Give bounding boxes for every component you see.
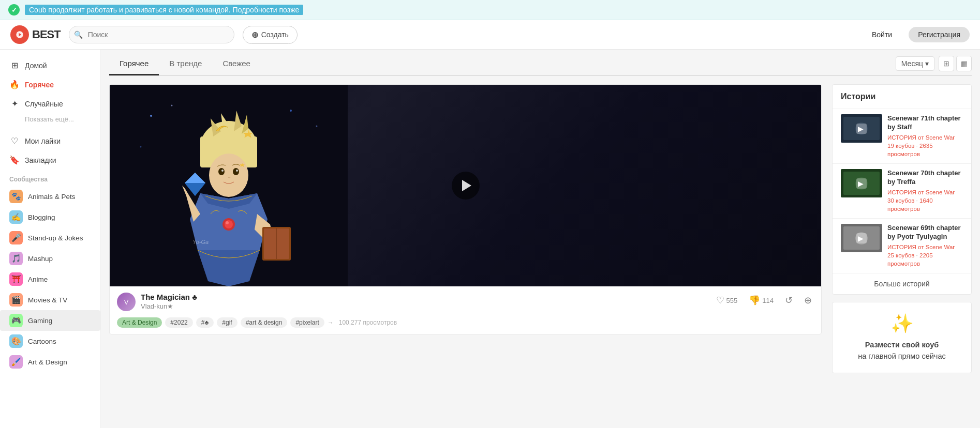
promote-text: Размести свой коуб на главной прямо сейч… <box>843 340 961 362</box>
story-item-1[interactable]: ▶ Scenewar 71th chapter by Staff ИСТОРИЯ… <box>833 109 971 163</box>
search-box: 🔍 <box>69 26 234 43</box>
sidebar-item-anime[interactable]: ⛩️ Anime <box>0 269 100 289</box>
gaming-label: Gaming <box>28 317 52 325</box>
dislike-icon: 👎 <box>749 295 760 306</box>
sidebar-item-mashup[interactable]: 🎵 Mashup <box>0 248 100 269</box>
tag-pixelart[interactable]: #pixelart <box>290 317 324 328</box>
heart-icon: ♡ <box>9 136 20 146</box>
artdesign-label: Art & Design <box>28 358 67 366</box>
svg-point-20 <box>221 170 224 172</box>
tags-arrow: → <box>328 319 334 326</box>
logo-text-wrap: BEST <box>32 28 61 41</box>
dislike-count: 114 <box>762 297 774 304</box>
tabs-left: Горячее В тренде Свежее <box>109 54 261 75</box>
sidebar-hot-label: Горячее <box>25 81 54 89</box>
tag-club[interactable]: #♣ <box>196 317 214 328</box>
mashup-label: Mashup <box>28 255 53 263</box>
anime-icon: ⛩️ <box>9 272 23 286</box>
story-name-3: Scenewar 69th chapter by Pyotr Tyulyagin <box>887 224 963 241</box>
story-prefix-3: ИСТОРИЯ от <box>887 244 924 250</box>
coub-title: The Magician ♣ <box>141 293 709 301</box>
grid-view-button[interactable]: ⊞ <box>939 56 954 71</box>
sidebar-item-blogging[interactable]: ✍️ Blogging <box>0 207 100 227</box>
sidebar-item-standup[interactable]: 🎤 Stand-up & Jokes <box>0 227 100 248</box>
sidebar-item-artdesign[interactable]: 🖌️ Art & Design <box>0 351 100 372</box>
story-coubs-1: 19 коубов <box>887 143 914 149</box>
sidebar-home-label: Домой <box>25 62 47 70</box>
sparkles-icon: ✨ <box>843 313 961 334</box>
repost-button[interactable]: ↺ <box>783 293 795 308</box>
svg-point-3 <box>171 105 173 106</box>
tab-trending[interactable]: В тренде <box>159 54 212 75</box>
tab-hot[interactable]: Горячее <box>109 54 159 75</box>
svg-point-32 <box>855 123 868 135</box>
story-name-1: Scenewar 71th chapter by Staff <box>887 114 963 132</box>
story-meta-3: ИСТОРИЯ от Scene War 25 коубов · 2205 пр… <box>887 243 963 268</box>
story-thumb-1: ▶ <box>841 114 882 143</box>
logo-link[interactable]: BEST <box>10 25 61 44</box>
search-input[interactable] <box>69 26 234 43</box>
play-button[interactable] <box>452 172 480 200</box>
create-button[interactable]: ⊕ Создать <box>243 26 298 44</box>
coub-video[interactable]: Yo-Ga Yo-Ga <box>110 85 821 286</box>
search-icon: 🔍 <box>74 30 83 39</box>
sidebar-item-hot[interactable]: 🔥 Горячее <box>0 75 100 94</box>
stories-section: Истории ▶ Scenewar 71th cha <box>832 84 972 295</box>
sidebar-item-home[interactable]: ⊞ Домой <box>0 56 100 75</box>
period-select[interactable]: Месяц ▾ <box>896 56 934 71</box>
svg-rect-31 <box>843 117 880 140</box>
plus-circle-icon: ⊕ <box>804 295 812 306</box>
coub-info: V The Magician ♣ Vlad-kun★ ♡ 555 👎 <box>110 286 821 317</box>
tab-fresh[interactable]: Свежее <box>212 54 261 75</box>
story-meta-2: ИСТОРИЯ от Scene War 30 коубов · 1640 пр… <box>887 188 963 213</box>
sidebar-item-random[interactable]: ✦ Случайные <box>0 94 100 113</box>
show-more-nav[interactable]: Показать ещё... <box>0 113 100 127</box>
sidebar-item-likes[interactable]: ♡ Мои лайки <box>0 131 100 150</box>
notification-text: Coub продолжит работать и развиваться с … <box>25 5 303 15</box>
watermark: Yo-Ga <box>192 239 209 245</box>
coub-actions: ♡ 555 👎 114 ↺ ⊕ <box>714 293 814 308</box>
register-button[interactable]: Регистрация <box>909 27 970 42</box>
check-icon <box>8 4 20 16</box>
dislike-button[interactable]: 👎 114 <box>747 293 776 308</box>
sidebar-item-movies[interactable]: 🎬 Movies & TV <box>0 289 100 310</box>
sidebar-likes-label: Мои лайки <box>25 137 61 145</box>
period-label: Месяц <box>901 59 923 68</box>
svg-point-6 <box>140 146 142 148</box>
sidebar: ⊞ Домой 🔥 Горячее ✦ Случайные Показать е… <box>0 50 101 428</box>
view-count: 100,277 просмотров <box>339 319 397 326</box>
sidebar-item-bookmarks[interactable]: 🔖 Закладки <box>0 150 100 170</box>
feed: Yo-Ga Yo-Ga <box>109 84 822 373</box>
svg-point-40 <box>855 232 868 244</box>
tag-artdesign2[interactable]: #art & design <box>241 317 288 328</box>
logo-icon <box>10 25 29 44</box>
svg-point-18 <box>218 168 225 175</box>
login-button[interactable]: Войти <box>864 27 900 42</box>
story-item-2[interactable]: ▶ Scenewar 70th chapter by Treffa ИСТОРИ… <box>833 163 971 218</box>
promote-line2: на главной прямо сейчас <box>858 352 945 360</box>
sidebar-item-animals[interactable]: 🐾 Animals & Pets <box>0 186 100 207</box>
story-meta-1: ИСТОРИЯ от Scene War 19 коубов · 2635 пр… <box>887 133 963 158</box>
logo-text: BEST <box>32 28 61 41</box>
svg-point-21 <box>236 170 238 172</box>
tag-artdesign[interactable]: Art & Design <box>117 317 162 328</box>
add-button[interactable]: ⊕ <box>802 293 814 308</box>
plus-icon: ⊕ <box>251 30 258 40</box>
sidebar-item-gaming[interactable]: 🎮 Gaming <box>0 310 100 331</box>
coub-tags: Art & Design #2022 #♣ #gif #art & design… <box>110 317 821 334</box>
stories-title: Истории <box>833 85 971 109</box>
sidebar-item-cartoons[interactable]: 🎨 Cartoons <box>0 331 100 351</box>
more-stories-button[interactable]: Больше историй <box>833 273 971 294</box>
svg-rect-39 <box>843 226 880 250</box>
coub-meta: The Magician ♣ Vlad-kun★ <box>141 293 709 310</box>
list-view-button[interactable]: ▦ <box>956 56 972 71</box>
tag-gif[interactable]: #gif <box>217 317 237 328</box>
story-thumb-svg-2: ▶ <box>841 169 882 197</box>
tag-2022[interactable]: #2022 <box>165 317 192 328</box>
svg-point-2 <box>150 115 152 117</box>
story-item-3[interactable]: ▶ Scenewar 69th chapter by Pyotr Tyulyag… <box>833 218 971 273</box>
like-button[interactable]: ♡ 555 <box>714 293 740 308</box>
create-label: Создать <box>261 30 289 39</box>
grid-toggle: ⊞ ▦ <box>939 56 972 71</box>
story-info-2: Scenewar 70th chapter by Treffa ИСТОРИЯ … <box>887 169 963 213</box>
